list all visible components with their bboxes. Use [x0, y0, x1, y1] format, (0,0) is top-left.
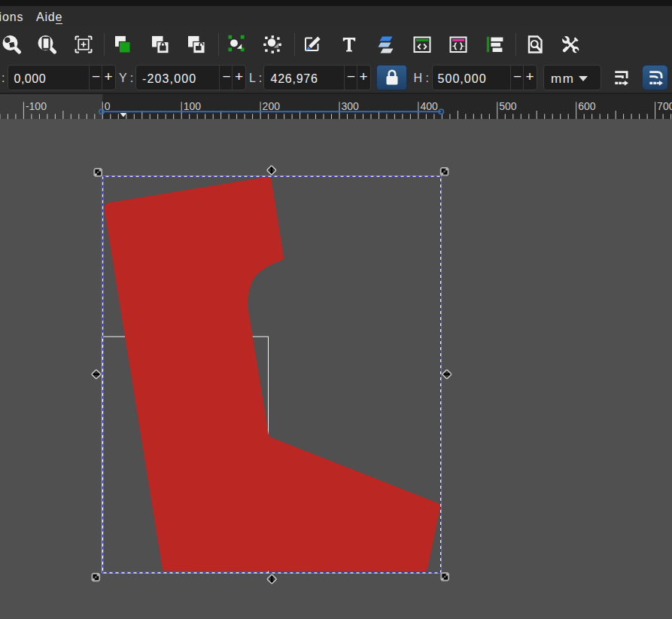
svg-text:-100: -100: [26, 100, 47, 112]
svg-text:300: 300: [342, 100, 360, 112]
svg-text:0: 0: [105, 100, 111, 112]
svg-text:100: 100: [184, 100, 202, 112]
svg-text:200: 200: [263, 100, 281, 112]
svg-text:400: 400: [420, 100, 438, 112]
svg-text:600: 600: [578, 100, 596, 112]
svg-text:700: 700: [657, 100, 672, 112]
svg-text:500: 500: [499, 100, 517, 112]
